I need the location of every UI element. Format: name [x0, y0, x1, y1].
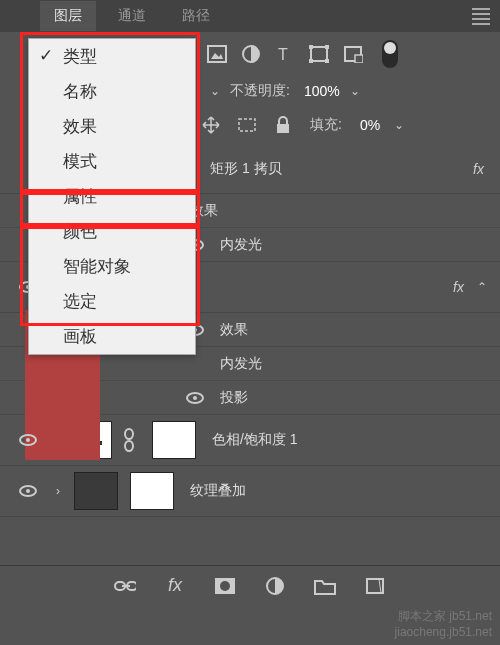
svg-point-19	[125, 429, 133, 439]
link-mask-icon[interactable]	[118, 429, 140, 451]
filter-type-dropdown: 类型 名称 效果 模式 属性 颜色 智能对象 选定 画板	[28, 38, 196, 355]
mask-thumbnail[interactable]	[152, 421, 196, 459]
blend-mode-dropdown-icon[interactable]: ⌄	[210, 84, 220, 98]
filter-option-attribute[interactable]: 属性	[29, 179, 195, 214]
fx-expand-icon[interactable]: ⌃	[472, 280, 492, 294]
svg-rect-11	[239, 119, 255, 131]
svg-rect-5	[309, 45, 313, 49]
layers-bottom-bar: fx	[0, 565, 500, 605]
filter-option-mode[interactable]: 模式	[29, 144, 195, 179]
tab-layers[interactable]: 图层	[40, 1, 96, 31]
effect-name: 投影	[220, 389, 248, 407]
filter-option-effect[interactable]: 效果	[29, 109, 195, 144]
add-mask-icon[interactable]	[214, 575, 236, 597]
layer-row[interactable]: › 纹理叠加	[0, 466, 500, 517]
eye-icon	[19, 434, 37, 446]
filter-pixel-icon[interactable]	[206, 43, 228, 65]
eye-icon	[186, 392, 204, 404]
layer-name[interactable]: 纹理叠加	[190, 482, 492, 500]
blend-opacity-row: ⌄ 不透明度: 100% ⌄	[200, 76, 500, 106]
fill-label: 填充:	[310, 116, 342, 134]
mask-thumbnail[interactable]	[130, 472, 174, 510]
svg-text:T: T	[278, 46, 288, 63]
svg-marker-1	[211, 53, 223, 59]
filter-option-name[interactable]: 名称	[29, 74, 195, 109]
filter-smartobject-icon[interactable]	[342, 43, 364, 65]
filter-type-text-icon[interactable]: T	[274, 43, 296, 65]
lock-move-icon[interactable]	[200, 114, 222, 136]
svg-point-20	[125, 441, 133, 451]
fill-value[interactable]: 0%	[360, 117, 380, 133]
svg-rect-0	[208, 46, 226, 62]
filter-option-selected[interactable]: 选定	[29, 284, 195, 319]
filter-type-icons: T	[200, 32, 500, 76]
opacity-dropdown-icon[interactable]: ⌄	[350, 84, 360, 98]
layer-style-icon[interactable]: fx	[164, 575, 186, 597]
svg-rect-6	[325, 45, 329, 49]
svg-rect-8	[325, 59, 329, 63]
fill-dropdown-icon[interactable]: ⌄	[394, 118, 404, 132]
svg-rect-7	[309, 59, 313, 63]
lock-artboard-icon[interactable]	[236, 114, 258, 136]
layer-name[interactable]: 矩形 1 拷贝	[210, 160, 473, 178]
new-layer-icon[interactable]	[364, 575, 386, 597]
adjustment-layer-icon[interactable]	[264, 575, 286, 597]
expand-icon[interactable]: ›	[48, 484, 68, 498]
filter-option-smartobject[interactable]: 智能对象	[29, 249, 195, 284]
opacity-value[interactable]: 100%	[304, 83, 340, 99]
effect-name: 内发光	[220, 355, 262, 373]
panel-tabs: 图层 通道 路径	[0, 0, 500, 32]
opacity-label: 不透明度:	[230, 82, 290, 100]
svg-point-25	[220, 581, 230, 591]
fx-badge[interactable]: fx	[473, 161, 484, 177]
svg-rect-4	[311, 47, 327, 61]
lock-fill-row: 填充: 0% ⌄	[190, 106, 500, 144]
effect-name: 内发光	[220, 236, 262, 254]
link-layers-icon[interactable]	[114, 575, 136, 597]
filter-option-type[interactable]: 类型	[29, 39, 195, 74]
fx-badge[interactable]: fx	[453, 279, 464, 295]
eye-icon	[19, 485, 37, 497]
filter-toggle[interactable]	[382, 40, 398, 68]
layer-name[interactable]: 色相/饱和度 1	[212, 431, 492, 449]
tab-channels[interactable]: 通道	[104, 1, 160, 31]
visibility-toggle[interactable]	[180, 392, 210, 404]
effects-label: 效果	[220, 321, 248, 339]
panel-menu-icon[interactable]	[472, 8, 490, 25]
visibility-toggle[interactable]	[8, 485, 48, 497]
filter-shape-icon[interactable]	[308, 43, 330, 65]
filter-option-color[interactable]: 颜色	[29, 214, 195, 249]
new-group-icon[interactable]	[314, 575, 336, 597]
lock-all-icon[interactable]	[272, 114, 294, 136]
tab-paths[interactable]: 路径	[168, 1, 224, 31]
svg-rect-12	[277, 124, 289, 133]
filter-option-artboard[interactable]: 画板	[29, 319, 195, 354]
layer-thumbnail[interactable]	[74, 472, 118, 510]
svg-rect-10	[355, 55, 363, 63]
svg-rect-23	[122, 585, 130, 587]
filter-adjustment-icon[interactable]	[240, 43, 262, 65]
watermark: 脚本之家 jb51.net jiaocheng.jb51.net	[395, 608, 492, 639]
